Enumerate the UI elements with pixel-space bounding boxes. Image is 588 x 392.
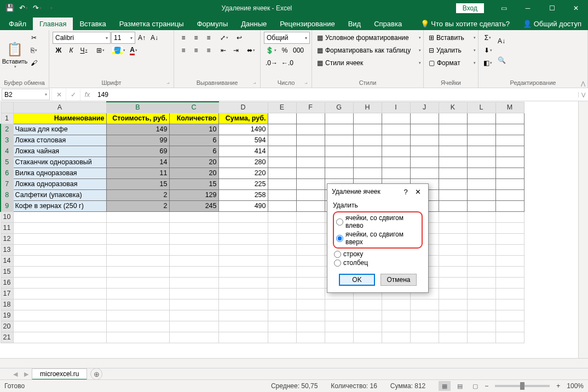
cell[interactable] (410, 321, 439, 332)
shrink-font-icon[interactable]: A↓ (148, 32, 160, 44)
cell[interactable] (296, 288, 325, 299)
tab-file[interactable]: Файл (2, 18, 33, 30)
cell[interactable] (495, 124, 524, 135)
delete-cells-button[interactable]: ⊟ Удалить▾ (427, 44, 477, 56)
clear-icon[interactable]: ◧▾ (482, 57, 494, 69)
cell[interactable] (325, 124, 353, 135)
col-header[interactable]: L (467, 102, 495, 113)
cell[interactable] (495, 146, 524, 157)
cell[interactable] (13, 288, 106, 299)
cell[interactable] (296, 244, 325, 255)
ok-button[interactable]: OK (339, 274, 375, 286)
cell[interactable] (169, 277, 218, 288)
cell[interactable]: Сумма, руб. (218, 113, 268, 124)
cell[interactable] (439, 168, 467, 178)
cell[interactable] (268, 211, 296, 222)
cell[interactable] (296, 277, 325, 288)
cell[interactable] (495, 266, 524, 277)
cell[interactable] (325, 135, 353, 146)
row-header[interactable]: 5 (1, 157, 13, 168)
cell[interactable]: 129 (169, 189, 218, 200)
tab-formulas[interactable]: Формулы (191, 18, 235, 30)
cell[interactable]: 414 (218, 146, 268, 157)
sheet-nav-next-icon[interactable]: ▶ (21, 371, 32, 378)
cell[interactable] (325, 157, 353, 168)
cell[interactable] (382, 157, 410, 168)
cell[interactable] (439, 332, 467, 343)
cell[interactable] (268, 321, 296, 332)
cell[interactable] (382, 321, 410, 332)
cell[interactable] (218, 310, 268, 321)
cell[interactable] (296, 200, 325, 211)
cell[interactable] (218, 299, 268, 310)
cell[interactable]: Ложка чайная (13, 146, 106, 157)
cell[interactable]: 280 (218, 157, 268, 168)
cell[interactable] (296, 321, 325, 332)
radio-column[interactable]: столбец (333, 258, 423, 267)
cell[interactable]: Стоимость, руб. (106, 113, 169, 124)
cell[interactable] (268, 157, 296, 168)
zoom-slider[interactable] (495, 385, 550, 387)
col-header[interactable]: H (353, 102, 382, 113)
cell[interactable] (13, 321, 106, 332)
cell[interactable] (439, 277, 467, 288)
cell[interactable] (439, 113, 467, 124)
cell[interactable] (268, 146, 296, 157)
cell[interactable] (467, 146, 495, 157)
col-header[interactable]: M (495, 102, 524, 113)
cell[interactable] (106, 310, 169, 321)
undo-icon[interactable]: ↶▾ (17, 2, 30, 15)
cell[interactable] (218, 211, 268, 222)
find-icon[interactable]: 🔍 (495, 51, 508, 70)
cell[interactable] (495, 222, 524, 233)
row-header[interactable]: 18 (1, 299, 13, 310)
align-bottom-icon[interactable]: ≡ (203, 32, 215, 44)
scrollbar-horizontal[interactable] (0, 358, 588, 368)
row-header[interactable]: 16 (1, 277, 13, 288)
font-color-icon[interactable]: A▾ (128, 44, 140, 56)
cell[interactable] (169, 310, 218, 321)
cell[interactable] (106, 211, 169, 222)
cell[interactable] (325, 332, 353, 343)
cell[interactable] (218, 321, 268, 332)
cell[interactable] (439, 233, 467, 244)
cell[interactable] (353, 321, 382, 332)
cell[interactable] (439, 211, 467, 222)
cell[interactable] (106, 233, 169, 244)
cell[interactable] (439, 178, 467, 189)
cell[interactable] (296, 135, 325, 146)
cell[interactable] (296, 211, 325, 222)
cell[interactable] (268, 244, 296, 255)
tab-home[interactable]: Главная (33, 18, 73, 30)
cell[interactable] (467, 244, 495, 255)
comma-icon[interactable]: 000 (291, 44, 305, 56)
autosum-icon[interactable]: Σ▾ (482, 32, 494, 44)
cell[interactable] (439, 157, 467, 168)
row-header[interactable]: 12 (1, 233, 13, 244)
cell[interactable] (353, 124, 382, 135)
cell[interactable] (495, 255, 524, 266)
align-center-icon[interactable]: ≡ (190, 44, 202, 56)
tab-help[interactable]: Справка (367, 18, 408, 30)
cell[interactable] (467, 189, 495, 200)
cell[interactable]: 490 (218, 200, 268, 211)
cell[interactable] (106, 244, 169, 255)
cell[interactable] (169, 255, 218, 266)
cell[interactable] (439, 200, 467, 211)
col-header[interactable]: C (169, 102, 218, 113)
cell[interactable] (467, 277, 495, 288)
col-header[interactable]: F (296, 102, 325, 113)
cell[interactable] (325, 168, 353, 178)
cell[interactable] (467, 266, 495, 277)
row-header[interactable]: 4 (1, 146, 13, 157)
dialog-help-icon[interactable]: ? (400, 188, 412, 196)
col-header[interactable]: D (218, 102, 268, 113)
cell[interactable]: 2 (106, 200, 169, 211)
cell[interactable]: 220 (218, 168, 268, 178)
cell[interactable] (296, 113, 325, 124)
cell[interactable] (268, 124, 296, 135)
cell[interactable] (13, 222, 106, 233)
save-icon[interactable]: 💾 (3, 2, 16, 15)
tab-data[interactable]: Данные (234, 18, 273, 30)
add-sheet-icon[interactable]: ⊕ (90, 368, 102, 380)
